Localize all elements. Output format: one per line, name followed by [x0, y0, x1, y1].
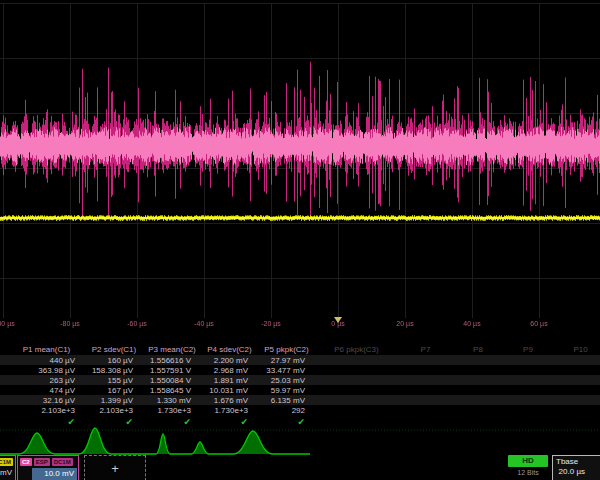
table-row: 263 µV155 µV1.550084 V1.891 mV25.03 mV	[0, 375, 600, 385]
table-row: 2.103e+32.103e+31.730e+31.730e+3292	[0, 405, 600, 415]
table-cell: 1.676 mV	[203, 396, 260, 405]
time-axis-label: 60 µs	[530, 320, 547, 327]
parameter-header-p3[interactable]: P3 mean(C2)	[145, 345, 203, 354]
table-cell: 1.558645 V	[145, 386, 203, 395]
add-trace-button[interactable]: +	[84, 455, 146, 480]
channel-descriptor-c1[interactable]: DC1M 0 mV	[0, 455, 16, 480]
table-cell: 25.03 mV	[260, 376, 317, 385]
table-cell: 1.557591 V	[145, 366, 203, 375]
parameter-header-p1[interactable]: P1 mean(C1)	[10, 345, 87, 354]
table-cell: 363.98 µV	[10, 366, 87, 375]
table-cell: 474 µV	[10, 386, 87, 395]
c2-coupling-badge: DC1M	[52, 458, 73, 466]
table-cell: 1.730e+3	[145, 406, 203, 415]
time-axis-label: -60 µs	[127, 320, 147, 327]
table-cell: 155 µV	[87, 376, 145, 385]
table-cell: 292	[260, 406, 317, 415]
parameter-header-p9[interactable]: P9	[505, 345, 555, 354]
parameter-header-p6[interactable]: P6 pkpk(C3)	[317, 345, 400, 354]
table-cell: 1.330 mV	[145, 396, 203, 405]
table-cell: 440 µV	[10, 356, 87, 365]
table-row: 474 µV167 µV1.558645 V10.031 mV59.97 mV	[0, 385, 600, 395]
table-cell: 1.556616 V	[145, 356, 203, 365]
table-cell: 6.135 mV	[260, 396, 317, 405]
trigger-position-marker[interactable]	[334, 317, 342, 323]
parameter-header-p10[interactable]: P10	[555, 345, 600, 354]
table-row: 363.98 µV158.308 µV1.557591 V2.968 mV33.…	[0, 365, 600, 375]
c1-vertical-scale: 0 mV	[0, 467, 15, 477]
parameter-header-p4[interactable]: P4 sdev(C2)	[203, 345, 260, 354]
c2-vertical-scale: 10.0 mV	[32, 468, 77, 480]
bit-depth-label: 12 Bits	[508, 467, 548, 478]
c2-label-badge: C2	[20, 458, 32, 466]
table-cell: 1.399 µV	[87, 396, 145, 405]
measurement-histicons	[0, 425, 600, 457]
table-row: 32.16 µV1.399 µV1.330 mV1.676 mV6.135 mV	[0, 395, 600, 405]
time-axis-label: -100 µs	[0, 320, 15, 327]
table-cell: 2.200 mV	[203, 356, 260, 365]
time-axis-label: 20 µs	[396, 320, 413, 327]
timebase-descriptor[interactable]: Tbase 20.0 µs	[552, 455, 600, 480]
table-cell: 2.103e+3	[10, 406, 87, 415]
table-cell: 32.16 µV	[10, 396, 87, 405]
timebase-title: Tbase	[553, 456, 600, 467]
table-cell: 1.730e+3	[203, 406, 260, 415]
table-cell: 2.968 mV	[203, 366, 260, 375]
oscilloscope-screen: TELEDYNE LECROY -100 µs-80 µs-60 µs-40 µ…	[0, 0, 600, 480]
plus-icon: +	[111, 461, 119, 476]
c1-coupling-badge: DC1M	[0, 458, 13, 466]
table-cell: 10.031 mV	[203, 386, 260, 395]
acquisition-mode: HD 12 Bits	[508, 455, 548, 478]
table-cell: 2.103e+3	[87, 406, 145, 415]
time-axis-label: -40 µs	[194, 320, 214, 327]
table-cell: 1.891 mV	[203, 376, 260, 385]
table-cell: 263 µV	[10, 376, 87, 385]
parameter-header-p2[interactable]: P2 sdev(C1)	[87, 345, 145, 354]
parameter-header-p8[interactable]: P8	[455, 345, 505, 354]
table-cell: 27.97 mV	[260, 356, 317, 365]
channel-descriptor-c2[interactable]: C2 ESP DC1M 10.0 mV	[17, 455, 79, 480]
timebase-scale: 20.0 µs	[553, 467, 600, 476]
time-axis-label: -80 µs	[60, 320, 80, 327]
measurement-table: P1 mean(C1)P2 sdev(C1)P3 mean(C2)P4 sdev…	[0, 344, 600, 428]
table-cell: 167 µV	[87, 386, 145, 395]
table-cell: 1.550084 V	[145, 376, 203, 385]
table-cell: 160 µV	[87, 356, 145, 365]
time-axis-label: 40 µs	[463, 320, 480, 327]
table-row: 440 µV160 µV1.556616 V2.200 mV27.97 mV	[0, 355, 600, 365]
table-cell: 33.477 mV	[260, 366, 317, 375]
table-cell: 158.308 µV	[87, 366, 145, 375]
time-axis-label: -20 µs	[261, 320, 281, 327]
table-cell: 59.97 mV	[260, 386, 317, 395]
c2-esp-badge: ESP	[34, 458, 50, 466]
waveform-grid-canvas[interactable]	[0, 0, 600, 332]
hd-mode-badge: HD	[508, 455, 548, 467]
parameter-header-p7[interactable]: P7	[400, 345, 455, 354]
parameter-header-p5[interactable]: P5 pkpk(C2)	[260, 345, 317, 354]
